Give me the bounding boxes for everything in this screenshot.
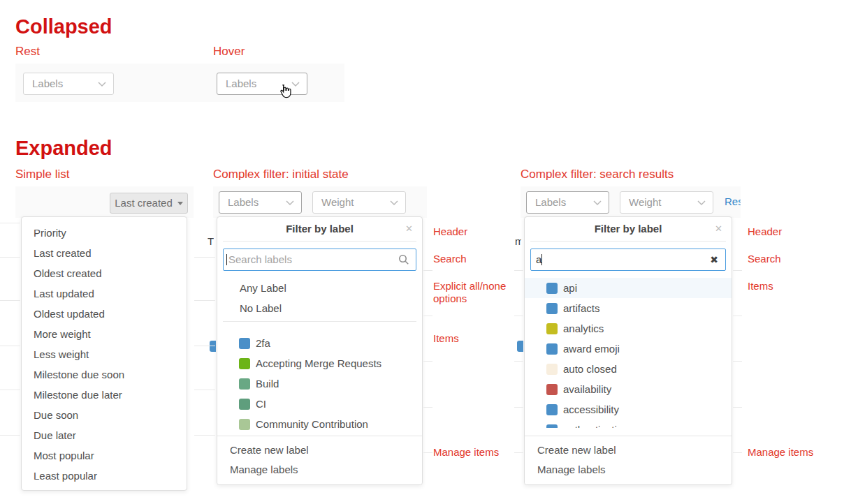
background-row-divider <box>194 390 215 390</box>
annotation-search: Search <box>748 253 781 265</box>
list-item[interactable]: Oldest updated <box>22 304 187 324</box>
chevron-down-icon <box>390 200 398 206</box>
annotation-items: Items <box>433 332 459 345</box>
label-item[interactable]: auto closed <box>525 359 732 379</box>
label-name: accessibility <box>563 403 619 415</box>
background-label-chip-fragment <box>210 341 216 352</box>
chevron-down-icon <box>697 200 706 206</box>
background-row-divider <box>514 270 523 271</box>
label-item[interactable]: Build <box>217 373 422 394</box>
label-results-list: apiartifactsanalyticsaward emojiauto clo… <box>525 278 732 428</box>
label-color-chip <box>239 378 250 390</box>
panel-footer: Create new label Manage labels <box>217 436 422 484</box>
label-item[interactable]: 2fa <box>217 333 422 353</box>
label-item[interactable]: availability <box>525 379 732 399</box>
annotation-manage-items: Manage items <box>748 446 813 459</box>
background-row-divider <box>733 361 742 362</box>
labels-dropdown-rest[interactable]: Labels <box>23 73 114 95</box>
search-input-value: a <box>531 253 541 265</box>
background-row-divider <box>733 270 742 271</box>
demo-label-complex-initial: Complex filter: initial state <box>213 168 349 181</box>
sort-dropdown-button[interactable]: Last created <box>110 193 188 214</box>
state-label-rest: Rest <box>15 45 40 59</box>
label-color-chip <box>546 424 558 429</box>
label-item[interactable]: api <box>525 278 732 298</box>
label-item[interactable]: analytics <box>525 318 732 339</box>
label-name: Community Contribution <box>256 418 368 430</box>
close-icon[interactable]: ✕ <box>715 217 722 241</box>
list-item[interactable]: Priority <box>22 223 187 243</box>
section-title-collapsed: Collapsed <box>15 15 112 38</box>
list-item[interactable]: Due later <box>22 425 187 445</box>
list-item[interactable]: More weight <box>22 324 187 344</box>
background-row-divider <box>423 316 432 316</box>
labels-dropdown-text: Labels <box>535 196 566 208</box>
label-name: 2fa <box>256 337 270 349</box>
label-item[interactable]: accessibility <box>525 399 732 420</box>
state-label-hover: Hover <box>213 45 245 59</box>
label-color-chip <box>239 419 250 430</box>
chevron-down-icon <box>98 82 106 87</box>
label-item[interactable]: Community Contribution <box>217 414 422 434</box>
reset-link[interactable]: Res <box>725 195 741 207</box>
background-row-divider <box>423 452 432 453</box>
annotation-header: Header <box>433 225 467 238</box>
list-item[interactable]: Last updated <box>22 283 187 304</box>
close-icon[interactable]: ✕ <box>405 217 413 241</box>
background-row-divider <box>514 452 523 453</box>
label-name: Accepting Merge Requests <box>256 357 381 369</box>
text-cursor <box>541 254 542 265</box>
manage-labels-link[interactable]: Manage labels <box>525 460 732 480</box>
annotation-search: Search <box>433 253 467 265</box>
label-color-chip <box>546 343 558 355</box>
background-row-divider <box>194 435 215 436</box>
label-item[interactable]: authentication <box>525 420 732 428</box>
no-label-option[interactable]: No Label <box>217 298 422 318</box>
demo-label-simple-list: Simple list <box>15 168 69 181</box>
label-item[interactable]: artifacts <box>525 298 732 318</box>
create-new-label-link[interactable]: Create new label <box>217 440 422 460</box>
background-row-divider <box>514 361 523 362</box>
list-item[interactable]: Oldest created <box>22 263 187 283</box>
list-item[interactable]: Less weight <box>22 344 187 364</box>
label-item[interactable]: award emoji <box>525 339 732 359</box>
label-color-chip <box>546 384 558 395</box>
label-color-chip <box>546 404 558 415</box>
clear-search-icon[interactable]: ✖ <box>710 249 718 270</box>
label-name: CI <box>256 398 266 410</box>
list-item[interactable]: Due soon <box>22 405 187 425</box>
search-labels-input[interactable]: Search labels <box>223 249 416 271</box>
labels-dropdown-hover[interactable]: Labels <box>217 73 307 95</box>
list-item[interactable]: Milestone due soon <box>22 364 187 385</box>
label-name: award emoji <box>563 343 620 355</box>
filter-by-label-panel-initial: Filter by label ✕ Search labels Any Labe… <box>217 216 423 485</box>
list-item[interactable]: Last created <box>22 243 187 263</box>
label-name: api <box>563 282 577 294</box>
sort-options-list: PriorityLast createdOldest createdLast u… <box>22 223 187 486</box>
weight-dropdown-initial[interactable]: Weight <box>312 191 406 214</box>
panel-footer: Create new label Manage labels <box>525 436 732 484</box>
create-new-label-link[interactable]: Create new label <box>525 440 732 460</box>
labels-dropdown-search[interactable]: Labels <box>526 191 609 214</box>
background-row-divider <box>0 223 20 223</box>
label-color-chip <box>239 399 250 410</box>
annotation-header: Header <box>748 225 782 238</box>
list-item[interactable]: Least popular <box>22 466 187 486</box>
label-item[interactable]: CI <box>217 394 422 414</box>
background-row-divider <box>733 316 742 316</box>
label-item[interactable]: Accepting Merge Requests <box>217 353 422 373</box>
panel-header: Filter by label ✕ <box>525 217 732 241</box>
manage-labels-link[interactable]: Manage labels <box>217 460 422 480</box>
background-row-divider <box>194 346 215 346</box>
background-row-divider <box>0 435 20 436</box>
weight-dropdown-search[interactable]: Weight <box>620 191 713 214</box>
labels-dropdown-initial[interactable]: Labels <box>219 191 302 214</box>
background-row-divider <box>194 300 215 301</box>
search-labels-input[interactable]: a ✖ <box>530 249 726 271</box>
background-text-fragment: T <box>208 235 214 248</box>
search-placeholder-text: Search labels <box>227 253 292 265</box>
list-item[interactable]: Most popular <box>22 445 187 466</box>
background-row-divider <box>423 270 432 271</box>
list-item[interactable]: Milestone due later <box>22 385 187 405</box>
any-label-option[interactable]: Any Label <box>217 278 422 298</box>
